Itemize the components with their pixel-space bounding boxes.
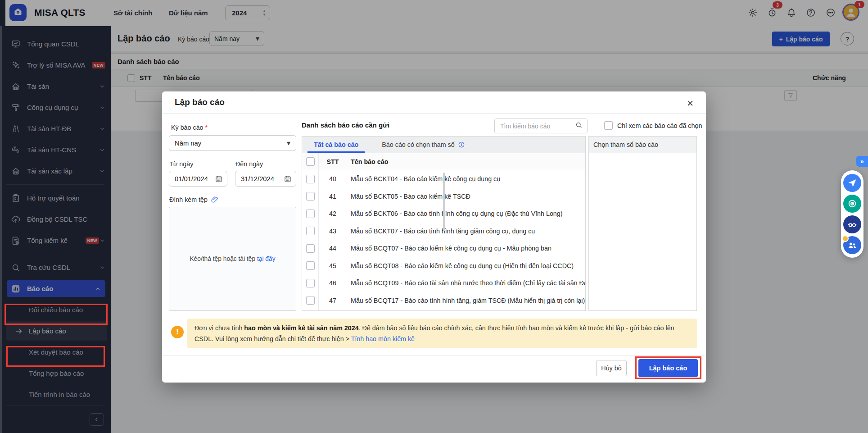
report-checkbox[interactable]: [306, 175, 315, 183]
only-selected-checkbox[interactable]: [604, 121, 613, 130]
report-name: Mẫu số BCQT17 - Báo cáo tình hình tăng, …: [347, 297, 585, 304]
report-search[interactable]: [494, 119, 588, 133]
attach-label: Đính kèm tệp: [169, 196, 219, 204]
report-name: Mẫu số BCQT09 - Báo cáo tài sản nhà nước…: [347, 279, 585, 287]
report-row[interactable]: 44Mẫu số BCQT07 - Báo cáo kiểm kê công c…: [302, 240, 585, 257]
to-date-label: Đến ngày: [235, 160, 263, 168]
report-checkbox[interactable]: [306, 261, 315, 270]
select-all-reports-checkbox[interactable]: [306, 157, 315, 166]
file-dropzone[interactable]: Kéo/thả tệp hoặc tải tệp tại đây: [169, 207, 296, 311]
info-icon[interactable]: [458, 141, 465, 148]
calendar-icon[interactable]: [284, 175, 292, 183]
from-date-label: Từ ngày: [169, 160, 193, 168]
report-stt: 44: [319, 245, 347, 252]
report-name: Mẫu số BCKT05 - Báo cáo kiểm kê TSCĐ: [347, 193, 585, 200]
required-asterisk: *: [205, 124, 208, 131]
report-checkbox[interactable]: [306, 210, 315, 218]
name-header: Tên báo cáo: [347, 158, 585, 165]
tab-param-reports[interactable]: Báo cáo có chọn tham số: [370, 137, 476, 153]
glasses-icon: [847, 219, 858, 230]
modal-period-label: Kỳ báo cáo *: [171, 124, 208, 131]
chevron-down-icon: ▾: [287, 139, 290, 147]
report-checkbox[interactable]: [306, 279, 315, 287]
notification-dot: [842, 235, 849, 242]
report-stt: 43: [319, 228, 347, 235]
only-selected-label: Chỉ xem các báo cáo đã chọn: [617, 122, 702, 129]
report-row[interactable]: 47Mẫu số BCQT17 - Báo cáo tình hình tăng…: [302, 292, 585, 310]
params-panel: Chọn tham số báo cáo: [588, 136, 697, 311]
close-icon[interactable]: ✕: [684, 97, 696, 109]
target-icon: [847, 198, 858, 209]
modal-header-divider: [162, 113, 706, 114]
paperclip-icon[interactable]: [211, 196, 219, 204]
table-scrollbar[interactable]: [443, 173, 445, 231]
warning-banner: ! Đơn vị chưa tính hao mòn và kiểm kê tà…: [171, 319, 697, 348]
create-report-modal: Lập báo cáo ✕ Kỳ báo cáo * Năm nay ▾ Từ …: [162, 91, 706, 383]
tab-all-reports[interactable]: Tất cả báo cáo: [302, 137, 370, 153]
stt-header: STT: [319, 158, 347, 165]
params-title: Chọn tham số báo cáo: [589, 137, 696, 153]
ava-assistant-button[interactable]: [843, 174, 861, 192]
chevrons-right-icon[interactable]: »: [856, 156, 868, 167]
search-icon[interactable]: [575, 121, 583, 131]
report-stt: 40: [319, 175, 347, 182]
community-button[interactable]: [843, 236, 861, 254]
report-stt: 47: [319, 297, 347, 304]
report-checkbox[interactable]: [306, 244, 315, 253]
report-name: Mẫu số BCKT07 - Báo cáo tình hình tăng g…: [347, 228, 585, 235]
report-checkbox[interactable]: [306, 227, 315, 235]
to-date-input[interactable]: 31/12/2024: [235, 171, 296, 187]
report-stt: 41: [319, 193, 347, 200]
report-name: Mẫu số BCQT08 - Báo cáo kiểm kê công cụ …: [347, 262, 585, 269]
upload-link[interactable]: tại đây: [257, 255, 276, 262]
list-title: Danh sách báo cáo cần gửi: [302, 121, 389, 129]
report-name: Mẫu số BCKT04 - Báo cáo kiểm kê công cụ …: [347, 175, 585, 182]
floating-widget-panel: [841, 170, 863, 258]
report-table-header: STT Tên báo cáo: [302, 153, 585, 170]
incognito-button[interactable]: [843, 215, 861, 233]
report-stt: 42: [319, 210, 347, 217]
people-icon: [847, 240, 858, 251]
cancel-button[interactable]: Hủy bỏ: [596, 360, 627, 376]
from-date-input[interactable]: 01/01/2024: [169, 171, 227, 187]
report-row[interactable]: 46Mẫu số BCQT09 - Báo cáo tài sản nhà nư…: [302, 274, 585, 292]
report-row-partial: [302, 309, 585, 311]
modal-title: Lập báo cáo: [175, 97, 225, 107]
report-name: Mẫu số BCQT07 - Báo cáo kiểm kê công cụ …: [347, 245, 585, 252]
report-stt: 45: [319, 262, 347, 269]
report-name: Mẫu số BCKT06 - Báo cáo tình hình công c…: [347, 210, 585, 217]
submit-report-button[interactable]: Lập báo cáo: [638, 359, 698, 377]
calendar-icon[interactable]: [215, 175, 223, 183]
report-stt: 46: [319, 279, 347, 287]
search-input[interactable]: [499, 122, 575, 130]
report-row[interactable]: 45Mẫu số BCQT08 - Báo cáo kiểm kê công c…: [302, 257, 585, 275]
report-t abs: Tất cả báo cáo Báo cáo có chọn tham số: [302, 137, 585, 153]
depreciation-guide-link[interactable]: Tính hao mòn kiểm kê: [351, 335, 415, 342]
support-button[interactable]: [843, 195, 861, 213]
report-checkbox[interactable]: [306, 296, 315, 305]
modal-footer-divider: [162, 356, 706, 356]
modal-period-select[interactable]: Năm nay ▾: [169, 135, 296, 151]
warning-icon: !: [171, 326, 184, 338]
warning-text: Đơn vị chưa tính hao mòn và kiểm kê tài …: [187, 319, 697, 348]
only-selected-filter[interactable]: Chỉ xem các báo cáo đã chọn: [604, 121, 702, 130]
rocket-icon: [847, 178, 858, 188]
report-checkbox[interactable]: [306, 192, 315, 201]
